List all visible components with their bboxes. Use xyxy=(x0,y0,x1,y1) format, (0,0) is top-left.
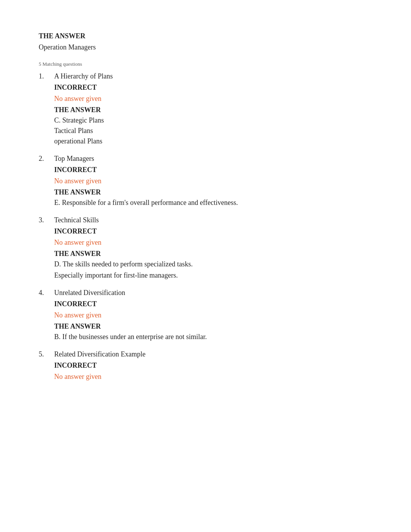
answer-line: B. If the businesses under an enterprise… xyxy=(54,332,372,342)
question-number-row: 4.Unrelated Diversification xyxy=(39,288,372,298)
top-the-answer-label: THE ANSWER xyxy=(39,31,372,41)
the-answer-block: THE ANSWERD. The skills needed to perfor… xyxy=(54,249,372,269)
top-section: THE ANSWER Operation Managers xyxy=(39,31,372,53)
incorrect-label: INCORRECT xyxy=(54,82,372,93)
the-answer-label: THE ANSWER xyxy=(54,187,372,198)
question-text: Unrelated Diversification xyxy=(54,288,125,298)
answer-line: E. Responsible for a firm's overall perf… xyxy=(54,198,372,208)
no-answer-text: No answer given xyxy=(54,94,372,104)
top-answer-value: Operation Managers xyxy=(39,42,372,53)
question-block: 4.Unrelated DiversificationINCORRECTNo a… xyxy=(39,288,372,342)
question-number-row: 2.Top Managers xyxy=(39,153,372,164)
the-answer-block: THE ANSWERB. If the businesses under an … xyxy=(54,321,372,342)
question-block: 1.A Hierarchy of PlansINCORRECTNo answer… xyxy=(39,71,372,147)
question-text: Related Diversification Example xyxy=(54,349,146,360)
question-number: 3. xyxy=(39,215,54,225)
question-text: Technical Skills xyxy=(54,215,99,225)
questions-container: 1.A Hierarchy of PlansINCORRECTNo answer… xyxy=(39,71,372,382)
no-answer-text: No answer given xyxy=(54,237,372,248)
question-block: 5.Related Diversification ExampleINCORRE… xyxy=(39,349,372,382)
question-number: 4. xyxy=(39,288,54,298)
answer-line: operational Plans xyxy=(54,136,372,147)
the-answer-label: THE ANSWER xyxy=(54,105,372,115)
incorrect-label: INCORRECT xyxy=(54,226,372,237)
section-meta: 5 Matching questions xyxy=(39,60,372,68)
question-text: Top Managers xyxy=(54,153,94,164)
extra-text: Especially important for first-line mana… xyxy=(54,270,372,281)
question-number-row: 3.Technical Skills xyxy=(39,215,372,225)
answer-line: D. The skills needed to perform speciali… xyxy=(54,259,372,269)
question-number-row: 5.Related Diversification Example xyxy=(39,349,372,360)
question-block: 3.Technical SkillsINCORRECTNo answer giv… xyxy=(39,215,372,281)
question-number-row: 1.A Hierarchy of Plans xyxy=(39,71,372,82)
no-answer-text: No answer given xyxy=(54,176,372,186)
incorrect-label: INCORRECT xyxy=(54,360,372,371)
the-answer-block: THE ANSWERC. Strategic PlansTactical Pla… xyxy=(54,105,372,147)
question-number: 2. xyxy=(39,153,54,164)
no-answer-text: No answer given xyxy=(54,310,372,321)
question-number: 5. xyxy=(39,349,54,360)
the-answer-label: THE ANSWER xyxy=(54,249,372,259)
the-answer-block: THE ANSWERE. Responsible for a firm's ov… xyxy=(54,187,372,208)
answer-line: Tactical Plans xyxy=(54,126,372,136)
incorrect-label: INCORRECT xyxy=(54,165,372,175)
question-number: 1. xyxy=(39,71,54,82)
question-text: A Hierarchy of Plans xyxy=(54,71,113,82)
the-answer-label: THE ANSWER xyxy=(54,321,372,332)
incorrect-label: INCORRECT xyxy=(54,299,372,309)
question-block: 2.Top ManagersINCORRECTNo answer givenTH… xyxy=(39,153,372,208)
answer-line: C. Strategic Plans xyxy=(54,115,372,126)
no-answer-text: No answer given xyxy=(54,372,372,382)
